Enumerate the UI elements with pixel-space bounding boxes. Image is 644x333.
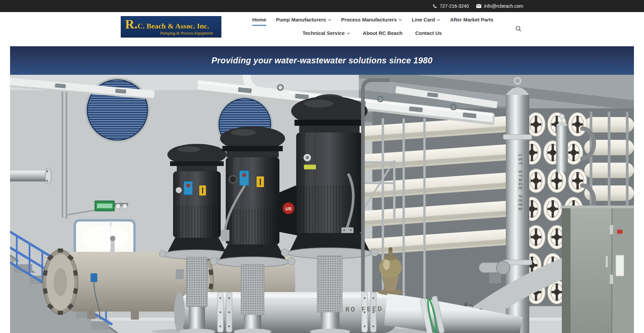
nav-item-about-rc-beach[interactable]: About RC Beach [363,30,402,36]
window [75,220,135,255]
phone-number: 727-216-3240 [440,3,469,9]
nav-item-process-manufacturers-label: Process Manufacturers [341,17,397,22]
chevron-down-icon [437,19,440,21]
email-link[interactable]: info@rcbeach.com [476,3,523,9]
hero-image: 1ST STAGE FEED [10,75,634,333]
column-stencil-label: 1ST STAGE FEED [517,154,523,212]
topbar: 727-216-3240 info@rcbeach.com [0,0,644,12]
nav-item-process-manufacturers[interactable]: Process Manufacturers [341,17,402,22]
email-address: info@rcbeach.com [484,3,523,9]
nav-item-about-rc-beach-label: About RC Beach [363,30,402,36]
nav-item-pump-manufacturers-label: Pump Manufacturers [276,17,326,22]
chevron-down-icon [398,19,402,21]
tagline-banner: Providing your water-wastewater solution… [10,46,634,75]
nav-row-2: Technical Service About RC Beach Contact… [252,30,492,36]
search-icon[interactable] [515,25,523,33]
nav-item-contact-us-label: Contact Us [415,30,442,36]
nav-item-home[interactable]: Home [252,17,266,22]
nav-row-1: Home Pump Manufacturers Process Manufact… [252,17,492,22]
electrical-cabinet [560,206,634,333]
us-motors-badge: US [285,206,291,211]
site-logo[interactable]: R.C. Beach & Assoc. Inc. Pumping & Proce… [121,16,221,38]
phone-link[interactable]: 727-216-3240 [433,3,469,9]
nav-item-line-card-label: Line Card [412,17,435,22]
nav-item-pump-manufacturers[interactable]: Pump Manufacturers [276,17,331,22]
main-nav: Home Pump Manufacturers Process Manufact… [252,12,492,36]
logo-name: R.C. Beach & Assoc. Inc. [125,17,218,32]
nav-item-after-market-parts[interactable]: After Market Parts [450,17,493,22]
nav-item-contact-us[interactable]: Contact Us [415,30,442,36]
logo-tagline: Pumping & Process Equipment [125,31,218,36]
phone-icon [433,4,437,8]
nav-item-after-market-parts-label: After Market Parts [450,17,493,22]
chevron-down-icon [328,19,331,21]
tagline-text: Providing your water-wastewater solution… [212,56,433,65]
chevron-down-icon [346,32,350,35]
nav-item-technical-service[interactable]: Technical Service [303,30,350,36]
site-header: R.C. Beach & Assoc. Inc. Pumping & Proce… [0,12,644,46]
mail-icon [476,4,481,8]
nav-item-line-card[interactable]: Line Card [412,17,440,22]
hero-photo-svg: 1ST STAGE FEED [10,75,634,333]
nav-item-technical-service-label: Technical Service [303,30,345,36]
nav-item-home-label: Home [252,17,266,22]
